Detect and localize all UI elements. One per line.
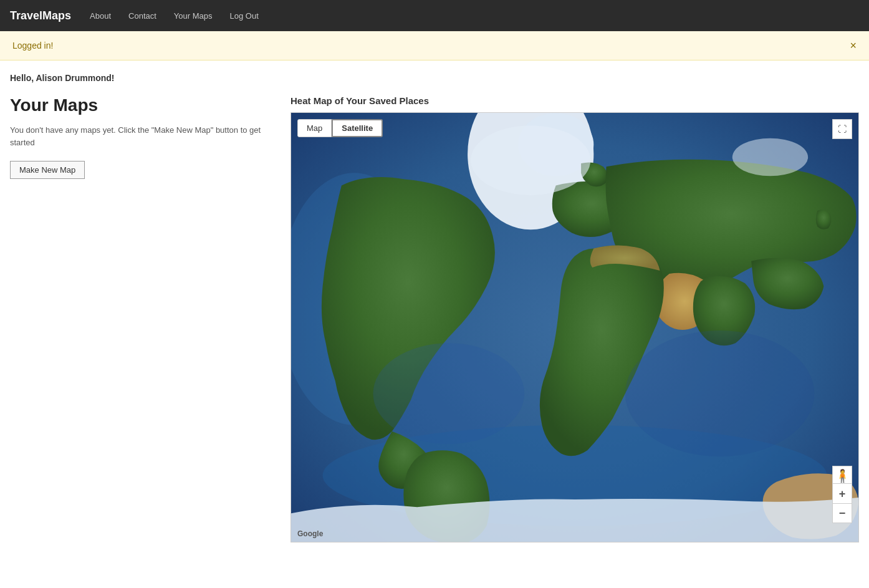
google-watermark: Google xyxy=(297,529,323,538)
map-tab-map[interactable]: Map xyxy=(297,119,332,137)
nav-about[interactable]: About xyxy=(86,9,115,23)
map-section-title: Heat Map of Your Saved Places xyxy=(290,95,859,106)
svg-point-8 xyxy=(625,330,814,456)
right-panel: Heat Map of Your Saved Places xyxy=(290,95,859,542)
pegman-icon: 🧍 xyxy=(835,468,850,483)
map-tabs: Map Satellite xyxy=(297,119,383,137)
left-panel: Your Maps You don't have any maps yet. C… xyxy=(10,95,278,179)
nav-contact[interactable]: Contact xyxy=(125,9,160,23)
layout: Your Maps You don't have any maps yet. C… xyxy=(10,95,859,542)
zoom-in-button[interactable]: + xyxy=(832,483,852,503)
zoom-out-button[interactable]: − xyxy=(832,503,852,523)
panel-description: You don't have any maps yet. Click the "… xyxy=(10,124,278,148)
zoom-controls: + − xyxy=(832,483,852,523)
navbar: TravelMaps About Contact Your Maps Log O… xyxy=(0,0,869,31)
fullscreen-button[interactable]: ⛶ xyxy=(832,119,852,139)
map-tab-satellite[interactable]: Satellite xyxy=(332,119,383,137)
navbar-links: About Contact Your Maps Log Out xyxy=(86,9,262,23)
svg-point-5 xyxy=(471,125,590,195)
map-background xyxy=(291,113,858,542)
panel-title: Your Maps xyxy=(10,95,278,115)
navbar-brand[interactable]: TravelMaps xyxy=(10,9,71,22)
greeting: Hello, Alison Drummond! xyxy=(10,73,859,83)
nav-logout[interactable]: Log Out xyxy=(226,9,262,23)
svg-point-6 xyxy=(732,138,808,176)
fullscreen-icon: ⛶ xyxy=(838,124,847,134)
alert-banner: Logged in! × xyxy=(0,31,869,60)
main-content: Hello, Alison Drummond! Your Maps You do… xyxy=(0,60,869,555)
alert-message: Logged in! xyxy=(12,41,53,51)
svg-point-7 xyxy=(373,343,524,444)
map-container: Map Satellite ⛶ 🧍 + − Google xyxy=(290,112,859,542)
nav-your-maps[interactable]: Your Maps xyxy=(170,9,216,23)
alert-close-button[interactable]: × xyxy=(850,40,857,51)
make-new-map-button[interactable]: Make New Map xyxy=(10,161,85,179)
